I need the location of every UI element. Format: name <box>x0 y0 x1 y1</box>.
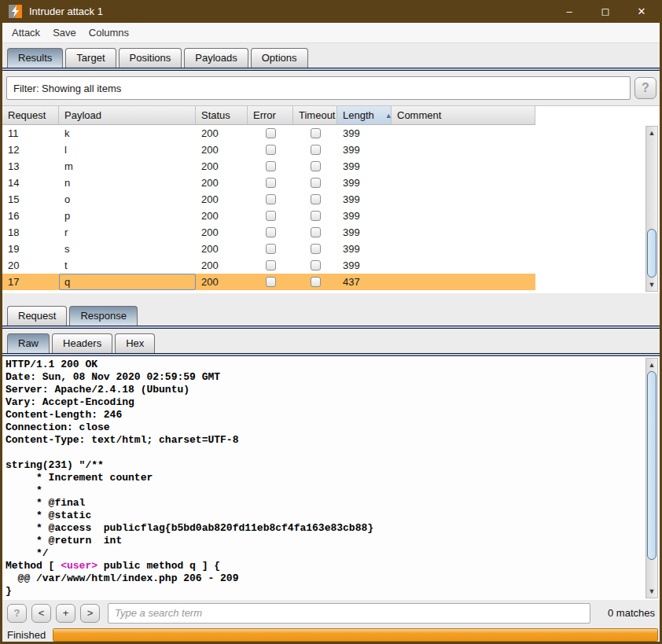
response-scrollbar-thumb[interactable] <box>647 371 656 560</box>
error-checkbox[interactable] <box>266 194 276 204</box>
cell-request: 15 <box>2 191 59 208</box>
progress-fill <box>53 629 657 641</box>
search-help-button[interactable]: ? <box>7 604 27 623</box>
search-input[interactable] <box>108 603 590 624</box>
menu-save[interactable]: Save <box>46 27 83 39</box>
tab-positions[interactable]: Positions <box>119 48 182 68</box>
maximize-icon[interactable]: ◻ <box>587 0 623 23</box>
splitter[interactable] <box>2 293 660 301</box>
tab-raw[interactable]: Raw <box>7 333 50 353</box>
column-header-length[interactable]: Length ▲ <box>337 106 392 124</box>
cell-error <box>248 274 293 290</box>
timeout-checkbox[interactable] <box>311 277 321 287</box>
cell-length: 399 <box>337 191 392 208</box>
timeout-checkbox[interactable] <box>311 128 321 138</box>
cell-error <box>248 158 293 175</box>
timeout-checkbox[interactable] <box>311 161 321 171</box>
error-checkbox[interactable] <box>266 260 276 270</box>
column-header-error[interactable]: Error <box>248 106 293 124</box>
cell-comment <box>392 224 535 241</box>
response-line: @@ /var/www/html/index.php 206 - 209 <box>6 572 658 585</box>
timeout-checkbox[interactable] <box>311 227 321 237</box>
column-header-payload[interactable]: Payload <box>59 106 196 124</box>
cell-length: 399 <box>337 158 392 175</box>
table-row[interactable]: 19s200399 <box>2 241 535 257</box>
column-header-request[interactable]: Request <box>2 106 59 124</box>
column-header-status[interactable]: Status <box>196 106 248 124</box>
table-row[interactable]: 20t200399 <box>2 257 535 274</box>
scroll-down-icon[interactable]: ▼ <box>646 279 657 290</box>
error-checkbox[interactable] <box>266 227 276 237</box>
tab-results[interactable]: Results <box>7 48 63 68</box>
table-scrollbar[interactable]: ▲ ▼ <box>645 126 658 292</box>
error-checkbox[interactable] <box>266 277 276 287</box>
cell-timeout <box>293 175 337 191</box>
tab-payloads[interactable]: Payloads <box>184 48 248 68</box>
response-line: Server: Apache/2.4.18 (Ubuntu) <box>6 384 658 396</box>
cell-error <box>248 224 293 241</box>
table-row[interactable]: 18r200399 <box>2 224 535 241</box>
error-checkbox[interactable] <box>266 244 276 254</box>
filter-help-button[interactable]: ? <box>634 77 656 99</box>
timeout-checkbox[interactable] <box>311 178 321 188</box>
tab-target[interactable]: Target <box>65 48 116 68</box>
scroll-down-icon[interactable]: ▼ <box>646 586 657 597</box>
cell-error <box>248 257 293 274</box>
response-line <box>6 447 658 459</box>
response-scrollbar[interactable]: ▲ ▼ <box>645 358 658 598</box>
cell-length: 437 <box>337 274 392 290</box>
tab-headers[interactable]: Headers <box>52 333 112 353</box>
error-checkbox[interactable] <box>266 128 276 138</box>
table-row[interactable]: 13m200399 <box>2 158 535 175</box>
table-row[interactable]: 15o200399 <box>2 191 535 208</box>
scroll-up-icon[interactable]: ▲ <box>646 127 657 138</box>
scroll-up-icon[interactable]: ▲ <box>646 359 657 370</box>
search-prev-button[interactable]: < <box>31 604 51 623</box>
error-checkbox[interactable] <box>266 178 276 188</box>
table-scrollbar-thumb[interactable] <box>647 229 656 278</box>
error-checkbox[interactable] <box>266 161 276 171</box>
timeout-checkbox[interactable] <box>311 211 321 221</box>
cell-error <box>248 208 293 224</box>
response-line: } <box>6 585 658 598</box>
cell-error <box>248 175 293 191</box>
column-header-comment[interactable]: Comment <box>392 106 535 124</box>
error-checkbox[interactable] <box>266 145 276 155</box>
tab-response[interactable]: Response <box>69 306 138 326</box>
table-header-row: Request Payload Status Error Timeout Len… <box>2 106 535 125</box>
tab-hex[interactable]: Hex <box>115 333 155 353</box>
close-icon[interactable]: ✕ <box>623 0 660 23</box>
response-line: * @access publicflag{b5bd0ab820fd11eb8cf… <box>6 522 658 535</box>
filter-bar[interactable]: Filter: Showing all items <box>6 76 631 100</box>
results-table: Request Payload Status Error Timeout Len… <box>2 105 660 293</box>
timeout-checkbox[interactable] <box>311 244 321 254</box>
cell-error <box>248 241 293 257</box>
menu-columns[interactable]: Columns <box>83 27 135 39</box>
table-row[interactable]: 17q200437 <box>2 274 535 290</box>
error-checkbox[interactable] <box>266 211 276 221</box>
search-next-button[interactable]: > <box>80 604 100 623</box>
cell-request: 16 <box>2 208 59 224</box>
timeout-checkbox[interactable] <box>311 145 321 155</box>
timeout-checkbox[interactable] <box>311 194 321 204</box>
cell-request: 14 <box>2 175 59 191</box>
column-header-timeout[interactable]: Timeout <box>293 106 337 124</box>
table-row[interactable]: 11k200399 <box>2 125 535 142</box>
tab-request[interactable]: Request <box>7 306 67 326</box>
minimize-icon[interactable]: – <box>551 0 587 23</box>
filter-text: Filter: Showing all items <box>13 83 121 94</box>
tab-options[interactable]: Options <box>251 48 308 68</box>
table-row[interactable]: 12l200399 <box>2 142 535 158</box>
table-row[interactable]: 14n200399 <box>2 175 535 191</box>
timeout-checkbox[interactable] <box>311 260 321 270</box>
cell-payload: t <box>59 257 196 274</box>
search-options-button[interactable]: + <box>56 604 75 623</box>
table-row[interactable]: 16p200399 <box>2 208 535 224</box>
menu-attack[interactable]: Attack <box>6 27 46 39</box>
payload-cell-focus: q <box>59 274 196 290</box>
cell-status: 200 <box>196 125 248 142</box>
cell-request: 12 <box>2 142 59 158</box>
response-viewer[interactable]: HTTP/1.1 200 OKDate: Sun, 08 Nov 2020 02… <box>2 356 660 600</box>
cell-length: 399 <box>337 224 392 241</box>
cell-status: 200 <box>196 241 248 257</box>
